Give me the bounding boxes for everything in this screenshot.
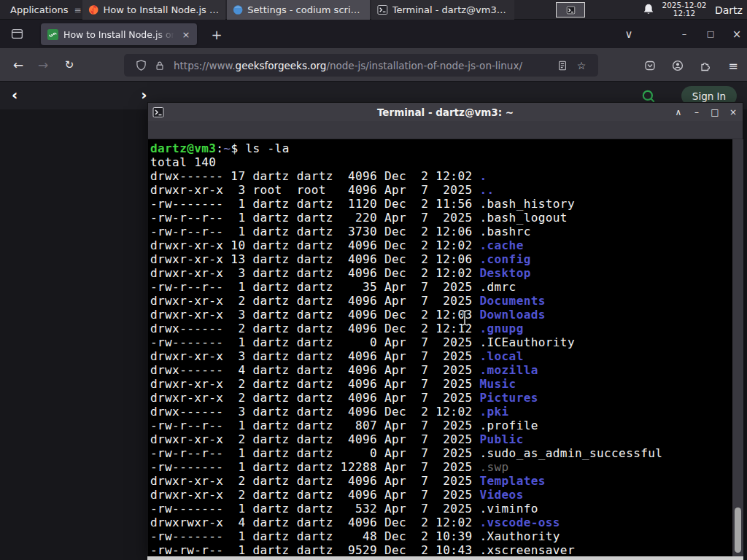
terminal-output-line: drwx------ 4 dartz dartz 4096 Apr 7 2025…	[150, 363, 732, 377]
reload-button[interactable]: ↻	[58, 55, 80, 75]
file-meta: drwxr-xr-x 2 dartz dartz 4096 Apr 7 2025	[150, 294, 479, 308]
terminal-output-line: -rw------- 1 dartz dartz 0 Apr 7 2025 .I…	[150, 335, 732, 349]
workspace-terminal-icon	[566, 6, 576, 15]
file-meta: -rw------- 1 dartz dartz 0 Apr 7 2025	[150, 335, 479, 349]
terminal-output-line: -rw------- 1 dartz dartz 48 Dec 2 10:39 …	[150, 529, 732, 543]
workspace-switcher[interactable]	[554, 1, 587, 18]
reader-mode-icon[interactable]	[553, 61, 572, 71]
desktop: Applications ≡ How to Install Node.js o.…	[0, 0, 747, 560]
file-name: Documents	[479, 294, 545, 308]
prompt-separator: :	[216, 141, 223, 155]
file-name: Videos	[479, 488, 523, 502]
terminal-output-line: -rw-r--r-- 1 dartz dartz 3730 Dec 2 12:0…	[150, 225, 732, 238]
applications-menu-button[interactable]: Applications ≡	[0, 0, 82, 20]
taskbar-window-title: Settings - codium script...	[247, 4, 364, 15]
account-icon[interactable]	[667, 56, 689, 75]
terminal-output-line: drwxr-xr-x 3 root root 4096 Apr 7 2025 .…	[150, 183, 732, 197]
url-bar[interactable]: https://www.geeksforgeeks.org/node-js/in…	[124, 54, 598, 77]
file-name: .dmrc	[479, 280, 516, 294]
terminal-prompt-line: dartz@vm3:~$ ls -la	[150, 141, 732, 155]
forward-button[interactable]: →	[32, 55, 54, 75]
terminal-output-line: -rw-r--r-- 1 dartz dartz 220 Apr 7 2025 …	[150, 211, 732, 225]
file-name: .config	[479, 252, 530, 266]
file-meta: -rw-r--r-- 1 dartz dartz 807 Apr 7 2025	[150, 419, 479, 432]
taskbar-window-title: Terminal - dartz@vm3: ~	[392, 4, 508, 15]
taskbar-window-codium[interactable]: Settings - codium script...	[227, 0, 370, 20]
file-meta: drwx------ 3 dartz dartz 4096 Dec 2 12:0…	[150, 405, 479, 419]
file-meta: drwxrwxr-x 4 dartz dartz 4096 Dec 2 12:0…	[150, 516, 479, 529]
nav-scroll-right-chevron-icon[interactable]: ›	[141, 86, 147, 104]
user-menu[interactable]: Dartz	[711, 0, 747, 20]
bookmark-star-icon[interactable]: ☆	[572, 60, 591, 71]
terminal-output-line: -rw------- 1 dartz dartz 12288 Apr 7 202…	[150, 460, 732, 474]
terminal-close-button[interactable]: ×	[728, 107, 738, 117]
terminal-minimize-button[interactable]: –	[692, 107, 702, 117]
codium-icon	[233, 4, 243, 15]
file-meta: drwx------ 4 dartz dartz 4096 Apr 7 2025	[150, 363, 479, 377]
terminal-menu-item[interactable]	[155, 128, 169, 131]
shield-icon[interactable]	[131, 60, 150, 71]
terminal-output-line: -rw-r--r-- 1 dartz dartz 0 Apr 7 2025 .s…	[150, 446, 732, 460]
hamburger-menu-icon[interactable]: ≡	[722, 56, 744, 75]
tab-close-icon[interactable]: ×	[179, 28, 193, 41]
file-name: .bash_history	[479, 197, 574, 211]
geeksforgeeks-favicon	[47, 29, 58, 40]
terminal-menu-item[interactable]	[204, 128, 217, 131]
terminal-output-line: drwxr-xr-x 2 dartz dartz 4096 Apr 7 2025…	[150, 294, 732, 308]
browser-maximize-button[interactable]: □	[700, 25, 721, 43]
file-name: .bashrc	[479, 225, 530, 238]
browser-tab-active[interactable]: How to Install Node.js on ×	[41, 23, 197, 45]
file-name: .pki	[479, 405, 508, 419]
file-name: ..	[479, 183, 494, 197]
terminal-output-line: drwxr-xr-x 2 dartz dartz 4096 Apr 7 2025…	[150, 488, 732, 502]
terminal-total-line: total 140	[150, 155, 732, 169]
url-scheme: https://www.	[174, 60, 236, 71]
lock-icon[interactable]	[150, 61, 169, 71]
nav-scroll-left-chevron-icon[interactable]: ‹	[12, 86, 18, 104]
workspace-1[interactable]	[556, 2, 585, 18]
terminal-menu-item[interactable]	[187, 128, 201, 131]
terminal-scrollbar[interactable]	[732, 139, 743, 556]
file-meta: -rw-rw-r-- 1 dartz dartz 9529 Dec 2 10:4…	[150, 543, 479, 556]
user-name: Dartz	[715, 4, 743, 16]
firefox-view-icon[interactable]	[7, 25, 26, 43]
taskbar-window-firefox[interactable]: How to Install Node.js o...	[82, 0, 225, 20]
terminal-output-line: drwxr-xr-x 10 dartz dartz 4096 Dec 2 12:…	[150, 238, 732, 252]
terminal-scrollbar-thumb[interactable]	[735, 508, 741, 553]
notification-bell-icon[interactable]	[642, 3, 658, 18]
file-meta: drwxr-xr-x 2 dartz dartz 4096 Apr 7 2025	[150, 432, 479, 446]
pocket-save-icon[interactable]	[639, 56, 661, 75]
terminal-menu-item[interactable]	[236, 128, 249, 131]
back-button[interactable]: ←	[7, 55, 29, 75]
terminal-output-line: drwxr-xr-x 3 dartz dartz 4096 Dec 2 12:0…	[150, 308, 732, 322]
browser-minimize-button[interactable]: –	[674, 25, 694, 43]
terminal-shade-button[interactable]: ∧	[673, 107, 684, 117]
file-meta: drwxr-xr-x 3 dartz dartz 4096 Apr 7 2025	[150, 349, 479, 363]
file-name: .	[479, 169, 487, 183]
file-name: Public	[479, 432, 523, 446]
terminal-title-bar[interactable]: Terminal - dartz@vm3: ~ ∧ – □ ×	[148, 103, 743, 121]
terminal-menu-item[interactable]	[220, 128, 233, 131]
terminal-window-title: Terminal - dartz@vm3: ~	[148, 106, 743, 118]
sign-in-label: Sign In	[692, 90, 726, 102]
new-tab-button[interactable]: +	[207, 26, 226, 43]
url-text[interactable]: https://www.geeksforgeeks.org/node-js/in…	[174, 60, 553, 71]
file-meta: drwxr-xr-x 2 dartz dartz 4096 Apr 7 2025	[150, 377, 479, 391]
terminal-maximize-button[interactable]: □	[710, 107, 720, 117]
file-name: .ICEauthority	[479, 335, 574, 349]
terminal-menu-item[interactable]	[171, 128, 185, 131]
file-meta: -rw-r--r-- 1 dartz dartz 0 Apr 7 2025	[150, 446, 479, 460]
file-name: .bash_logout	[479, 211, 567, 225]
terminal-output[interactable]: dartz@vm3:~$ ls -la total 140 drwx------…	[148, 139, 732, 556]
file-name: .mozilla	[479, 363, 538, 377]
extensions-puzzle-icon[interactable]	[694, 56, 716, 75]
file-meta: -rw-r--r-- 1 dartz dartz 35 Apr 7 2025	[150, 280, 479, 294]
tab-title: How to Install Node.js on	[63, 29, 174, 40]
taskbar-window-terminal[interactable]: Terminal - dartz@vm3: ~	[371, 0, 514, 20]
file-meta: -rw------- 1 dartz dartz 12288 Apr 7 202…	[150, 460, 479, 474]
panel-clock[interactable]: 2025-12-02 12:12	[661, 1, 708, 18]
file-name: .Xauthority	[479, 529, 560, 543]
list-all-tabs-chevron-icon[interactable]: ∨	[619, 25, 639, 43]
browser-close-button[interactable]: ×	[727, 25, 747, 43]
file-name: .profile	[479, 419, 538, 432]
